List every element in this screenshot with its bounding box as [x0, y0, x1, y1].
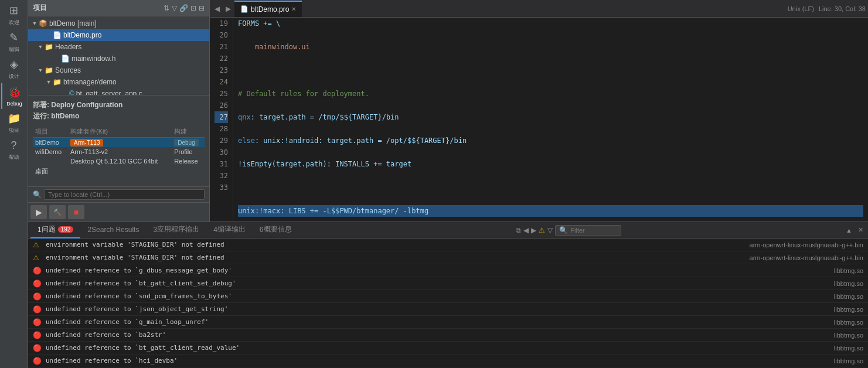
editor-tab-bar: ◀ ▶ 📄 bltDemo.pro ✕ Unix (LF) Line: 30, … — [210, 0, 868, 18]
header-file-icon: 📄 — [61, 54, 70, 63]
problem-text: environment variable 'STAGING_DIR' not d… — [46, 254, 741, 261]
link-icon[interactable]: 🔗 — [179, 4, 188, 12]
tree-item-bt-gatt[interactable]: © bt_gatt_server_app.c — [28, 88, 209, 95]
build-row-desktop2[interactable]: 桌面 — [33, 166, 205, 177]
problem-item[interactable]: 🔴 undefined reference to `bt_gatt_client… — [28, 342, 868, 355]
tree-item-headers[interactable]: ▼ 📁 Headers — [28, 41, 209, 53]
copy-icon[interactable]: ⧉ — [516, 226, 521, 234]
problem-item[interactable]: 🔴 undefined reference to `snd_pcm_frames… — [28, 290, 868, 303]
col-kit: 构建套件(Kit) — [68, 126, 172, 138]
problem-item[interactable]: ⚠ environment variable 'STAGING_DIR' not… — [28, 251, 868, 264]
filter-icon[interactable]: ▽ — [172, 4, 177, 12]
folder-icon: 📁 — [45, 66, 53, 74]
problems-list: ⚠ environment variable 'STAGING_DIR' not… — [28, 238, 868, 368]
error-icon: 🔴 — [33, 267, 42, 275]
problem-item[interactable]: ⚠ environment variable 'STAGING_DIR' not… — [28, 238, 868, 251]
maximize-icon[interactable]: ▲ — [843, 226, 855, 235]
tab-app-output[interactable]: 3 应用程序输出 — [146, 222, 206, 238]
tab-label: 编译输出 — [217, 224, 246, 234]
error-icon: 🔴 — [33, 280, 42, 288]
activity-edit[interactable]: ✎ 编辑 — [1, 29, 27, 55]
tab-num: 2 — [87, 226, 91, 234]
warning-icon: ⚠ — [33, 241, 42, 249]
tree-label: bltDemo [main] — [49, 19, 97, 28]
build-row-desktop[interactable]: Desktop Qt 5.12.10 GCC 64bit Release — [33, 156, 205, 166]
build-kit: Desktop Qt 5.12.10 GCC 64bit — [68, 156, 172, 166]
editor-tab-bltdemo-pro[interactable]: 📄 bltDemo.pro ✕ — [234, 1, 302, 17]
run-button[interactable]: ▶ — [30, 205, 47, 219]
problem-item[interactable]: 🔴 undefined reference to `g_dbus_message… — [28, 264, 868, 277]
tree-label: btmanager/demo — [63, 78, 117, 86]
prev-icon[interactable]: ◀ — [523, 226, 529, 234]
expand-icon[interactable]: ⊡ — [190, 4, 196, 12]
arrow-btmanager: ▼ — [45, 79, 53, 85]
activity-help[interactable]: ? 帮助 — [1, 137, 27, 163]
tab-num: 3 — [153, 226, 157, 234]
build-project — [33, 156, 68, 166]
tab-label: Search Results — [91, 226, 139, 234]
build-project: 桌面 — [33, 166, 68, 177]
prob-toolbar: ⧉ ◀ ▶ ⚠ ▽ 🔍 — [516, 225, 626, 236]
problems-panel: 1 问题 192 2 Search Results 3 应用程序输出 4 编译输… — [28, 222, 868, 368]
warn-filter-icon[interactable]: ⚠ — [539, 226, 545, 234]
activity-debug[interactable]: 🐞 Debug — [1, 83, 27, 109]
problem-text: undefined reference to `bt_gatt_client_s… — [46, 280, 741, 287]
collapse-icon[interactable]: ⊟ — [199, 4, 205, 12]
close-panel-icon[interactable]: ✕ — [856, 225, 866, 235]
tree-item-bltdemo[interactable]: ▼ 📦 bltDemo [main] — [28, 18, 209, 29]
tree-item-mainwindow-h[interactable]: 📄 mainwindow.h — [28, 53, 209, 64]
problem-file: libbtmg.so — [746, 267, 863, 274]
tree-item-sources[interactable]: ▼ 📁 Sources — [28, 64, 209, 76]
warning-icon: ⚠ — [33, 254, 42, 262]
tab-close[interactable]: ✕ — [291, 6, 296, 12]
problem-file: libbtmg.so — [746, 280, 863, 287]
build-row-bltdemo[interactable]: bltDemo Arm-T113 Debug — [33, 138, 205, 148]
tree-item-bltdemo-pro[interactable]: 📄 bltDemo.pro — [28, 29, 209, 41]
code-content[interactable]: FORMS += \ mainwindow.ui # Default rules… — [233, 18, 868, 222]
problem-file: libbtmg.so — [746, 332, 863, 339]
problem-item[interactable]: 🔴 undefined reference to `bt_gatt_client… — [28, 277, 868, 290]
activity-bar: ⊞ 欢迎 ✎ 编辑 ◈ 设计 🐞 Debug 📁 项目 ? 帮助 — [0, 0, 28, 368]
problem-item[interactable]: 🔴 undefined reference to `hci_devba' lib… — [28, 355, 868, 367]
problem-text: undefined reference to `g_main_loop_unre… — [46, 318, 741, 326]
folder-icon: 📁 — [53, 78, 62, 86]
filter-toggle-icon[interactable]: ▽ — [547, 226, 553, 234]
editor-area: ◀ ▶ 📄 bltDemo.pro ✕ Unix (LF) Line: 30, … — [210, 0, 868, 222]
deploy-title: 部署: Deploy Configuration — [33, 100, 205, 110]
next-icon[interactable]: ▶ — [531, 226, 536, 234]
build-button[interactable]: 🔨 — [49, 205, 66, 219]
tab-prev[interactable]: ◀ — [212, 5, 222, 13]
tab-right-info: Unix (LF) Line: 30, Col: 38 — [788, 5, 866, 12]
c-file-icon: © — [69, 90, 74, 95]
tab-compile-output[interactable]: 4 编译输出 — [206, 222, 253, 238]
problem-item[interactable]: 🔴 undefined reference to `json_object_ge… — [28, 303, 868, 316]
tab-summary[interactable]: 6 概要信息 — [253, 222, 299, 238]
folder-icon: 📁 — [45, 43, 53, 51]
sync-icon[interactable]: ⇅ — [164, 4, 169, 12]
prob-filter: 🔍 — [555, 225, 621, 236]
grid-icon: ⊞ — [9, 4, 18, 17]
tab-problems[interactable]: 1 问题 192 — [30, 222, 80, 238]
locate-input[interactable] — [44, 189, 205, 200]
line-numbers: 19 20 21 22 23 24 25 26 27 28 29 30 31 3… — [210, 18, 233, 222]
code-area[interactable]: 19 20 21 22 23 24 25 26 27 28 29 30 31 3… — [210, 18, 868, 222]
tab-label: 概要信息 — [264, 224, 292, 234]
activity-project[interactable]: 📁 项目 — [1, 110, 27, 136]
activity-welcome[interactable]: ⊞ 欢迎 — [1, 2, 27, 28]
debug-icon: 🐞 — [8, 86, 21, 99]
stop-button[interactable]: ■ — [68, 205, 84, 219]
tab-search-results[interactable]: 2 Search Results — [80, 222, 146, 238]
panel-expand-actions: ▲ ✕ — [843, 225, 866, 235]
build-row-wifidemo[interactable]: wifiDemo Arm-T113-v2 Profile — [33, 147, 205, 156]
col-project: 项目 — [33, 126, 68, 138]
problem-item[interactable]: 🔴 undefined reference to `g_main_loop_un… — [28, 316, 868, 329]
line-col-info: Line: 30, Col: 38 — [819, 5, 866, 12]
tree-label: Headers — [55, 43, 81, 51]
error-icon: 🔴 — [33, 318, 42, 326]
encoding-info: Unix (LF) — [788, 5, 814, 12]
tree-item-btmanager[interactable]: ▼ 📁 btmanager/demo — [28, 76, 209, 88]
problem-item[interactable]: 🔴 undefined reference to `ba2str' libbtm… — [28, 329, 868, 342]
activity-design[interactable]: ◈ 设计 — [1, 56, 27, 82]
filter-input[interactable] — [570, 227, 617, 234]
tab-next[interactable]: ▶ — [223, 5, 233, 13]
